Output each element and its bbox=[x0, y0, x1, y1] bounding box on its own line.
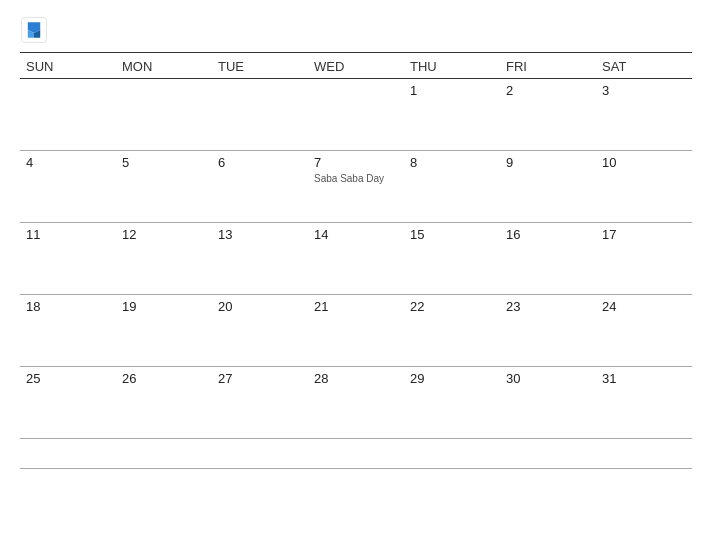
week-row-3: 18192021222324 bbox=[20, 295, 692, 367]
day-number: 29 bbox=[410, 371, 494, 386]
day-cell: 15 bbox=[404, 223, 500, 295]
day-cell: 28 bbox=[308, 367, 404, 439]
day-number: 2 bbox=[506, 83, 590, 98]
col-fri: FRI bbox=[500, 53, 596, 79]
day-number: 24 bbox=[602, 299, 686, 314]
day-number: 19 bbox=[122, 299, 206, 314]
week-row-4: 25262728293031 bbox=[20, 367, 692, 439]
calendar-grid: SUN MON TUE WED THU FRI SAT 1234567Saba … bbox=[20, 53, 692, 469]
day-number: 18 bbox=[26, 299, 110, 314]
day-number: 31 bbox=[602, 371, 686, 386]
week-row-1: 4567Saba Saba Day8910 bbox=[20, 151, 692, 223]
logo-icon bbox=[20, 16, 48, 44]
day-cell: 25 bbox=[20, 367, 116, 439]
day-cell bbox=[116, 79, 212, 151]
day-number: 6 bbox=[218, 155, 302, 170]
day-cell: 30 bbox=[500, 367, 596, 439]
day-cell: 23 bbox=[500, 295, 596, 367]
day-cell: 10 bbox=[596, 151, 692, 223]
day-cell: 8 bbox=[404, 151, 500, 223]
day-number: 28 bbox=[314, 371, 398, 386]
col-wed: WED bbox=[308, 53, 404, 79]
day-cell: 6 bbox=[212, 151, 308, 223]
day-cell: 18 bbox=[20, 295, 116, 367]
day-cell: 26 bbox=[116, 367, 212, 439]
day-number: 16 bbox=[506, 227, 590, 242]
day-number: 23 bbox=[506, 299, 590, 314]
day-number: 9 bbox=[506, 155, 590, 170]
col-sat: SAT bbox=[596, 53, 692, 79]
day-cell: 11 bbox=[20, 223, 116, 295]
day-cell: 17 bbox=[596, 223, 692, 295]
day-cell: 16 bbox=[500, 223, 596, 295]
day-cell: 9 bbox=[500, 151, 596, 223]
day-number: 17 bbox=[602, 227, 686, 242]
day-cell: 24 bbox=[596, 295, 692, 367]
day-cell: 7Saba Saba Day bbox=[308, 151, 404, 223]
day-number: 15 bbox=[410, 227, 494, 242]
day-number: 8 bbox=[410, 155, 494, 170]
day-cell bbox=[212, 79, 308, 151]
day-number: 20 bbox=[218, 299, 302, 314]
logo bbox=[20, 16, 52, 44]
day-number: 22 bbox=[410, 299, 494, 314]
empty-cell bbox=[212, 439, 308, 469]
calendar-header bbox=[20, 16, 692, 44]
day-number: 13 bbox=[218, 227, 302, 242]
empty-cell bbox=[596, 439, 692, 469]
day-number: 25 bbox=[26, 371, 110, 386]
col-mon: MON bbox=[116, 53, 212, 79]
day-cell: 4 bbox=[20, 151, 116, 223]
weekday-header-row: SUN MON TUE WED THU FRI SAT bbox=[20, 53, 692, 79]
day-number: 12 bbox=[122, 227, 206, 242]
col-tue: TUE bbox=[212, 53, 308, 79]
col-sun: SUN bbox=[20, 53, 116, 79]
day-cell: 27 bbox=[212, 367, 308, 439]
day-number: 5 bbox=[122, 155, 206, 170]
empty-cell bbox=[404, 439, 500, 469]
day-cell bbox=[20, 79, 116, 151]
day-cell: 3 bbox=[596, 79, 692, 151]
day-cell: 21 bbox=[308, 295, 404, 367]
day-number: 4 bbox=[26, 155, 110, 170]
day-cell: 2 bbox=[500, 79, 596, 151]
day-cell: 1 bbox=[404, 79, 500, 151]
day-cell: 22 bbox=[404, 295, 500, 367]
day-number: 7 bbox=[314, 155, 398, 170]
day-cell: 13 bbox=[212, 223, 308, 295]
day-cell: 19 bbox=[116, 295, 212, 367]
day-cell: 20 bbox=[212, 295, 308, 367]
empty-cell bbox=[308, 439, 404, 469]
day-cell: 12 bbox=[116, 223, 212, 295]
week-row-0: 123 bbox=[20, 79, 692, 151]
day-number: 30 bbox=[506, 371, 590, 386]
day-number: 21 bbox=[314, 299, 398, 314]
day-number: 1 bbox=[410, 83, 494, 98]
day-cell: 29 bbox=[404, 367, 500, 439]
day-number: 3 bbox=[602, 83, 686, 98]
empty-cell bbox=[20, 439, 116, 469]
day-cell bbox=[308, 79, 404, 151]
week-row-2: 11121314151617 bbox=[20, 223, 692, 295]
empty-cell bbox=[116, 439, 212, 469]
calendar-container: SUN MON TUE WED THU FRI SAT 1234567Saba … bbox=[0, 0, 712, 550]
empty-row bbox=[20, 439, 692, 469]
day-number: 27 bbox=[218, 371, 302, 386]
day-cell: 5 bbox=[116, 151, 212, 223]
day-number: 14 bbox=[314, 227, 398, 242]
day-cell: 31 bbox=[596, 367, 692, 439]
day-number: 26 bbox=[122, 371, 206, 386]
day-cell: 14 bbox=[308, 223, 404, 295]
day-number: 11 bbox=[26, 227, 110, 242]
holiday-label: Saba Saba Day bbox=[314, 172, 398, 185]
empty-cell bbox=[500, 439, 596, 469]
col-thu: THU bbox=[404, 53, 500, 79]
day-number: 10 bbox=[602, 155, 686, 170]
